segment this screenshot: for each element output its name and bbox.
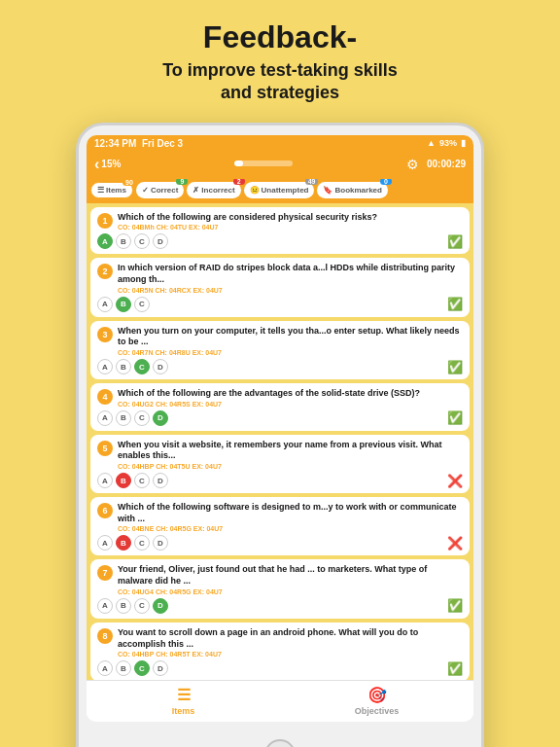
back-arrow-icon: ‹ [94,156,99,173]
question-text: When you turn on your computer, it tells… [118,326,463,348]
question-content: You want to scroll down a page in an and… [118,627,463,658]
answer-option-a[interactable]: A [97,660,113,676]
question-item-3[interactable]: 3When you turn on your computer, it tell… [90,321,470,379]
status-time: 12:34 PM Fri Dec 3 [94,138,183,149]
answer-option-d[interactable]: D [153,410,168,426]
answer-option-c[interactable]: C [134,410,150,426]
result-icon: ❌ [447,474,463,488]
question-list: 1Which of the following are considered p… [87,203,473,680]
answer-option-a[interactable]: A [97,410,113,426]
question-content: Your friend, Oliver, just found out that… [118,564,463,594]
filter-tab-items[interactable]: ☰ Items 90 [90,182,133,198]
answer-option-a[interactable]: A [97,473,113,488]
question-item-5[interactable]: 5When you visit a website, it remembers … [90,435,470,493]
bookmark-icon: 🔖 [323,186,332,195]
answer-option-d[interactable]: D [153,359,168,374]
result-icon: ✅ [447,234,463,249]
question-footer: ABCD✅ [97,233,463,249]
status-icons: ▲ 93% ▮ [427,138,466,148]
question-content: In which version of RAID do stripes bloc… [118,263,463,293]
question-header: 3When you turn on your computer, it tell… [97,326,463,356]
answer-option-b[interactable]: B [116,410,131,426]
question-item-8[interactable]: 8You want to scroll down a page in an an… [90,622,470,680]
question-content: When you visit a website, it remembers y… [118,440,463,470]
answer-option-a[interactable]: A [97,233,113,249]
question-item-6[interactable]: 6Which of the following software is desi… [90,497,470,555]
question-header: 5When you visit a website, it remembers … [97,440,463,470]
bottom-tab-items[interactable]: ☰ Items [87,686,280,716]
answer-option-b[interactable]: B [116,473,131,488]
question-text: Your friend, Oliver, just found out that… [118,564,463,587]
correct-icon: ✓ [142,186,149,195]
answer-option-a[interactable]: A [97,535,113,551]
answer-option-d[interactable]: D [153,473,168,488]
question-meta: CO: 04HBP CH: 04R5T EX: 04U7 [118,651,463,658]
filter-tab-unattempted[interactable]: 😐 Unattempted 49 [244,182,315,198]
answer-option-b[interactable]: B [116,660,131,676]
question-header: 7Your friend, Oliver, just found out tha… [97,564,463,594]
ipad-frame: 12:34 PM Fri Dec 3 ▲ 93% ▮ ‹ 15% ⚙ 00:00 [76,123,484,747]
answer-option-c[interactable]: C [134,473,150,488]
answer-options: ABCD [97,359,168,374]
result-icon: ✅ [447,661,463,676]
items-tab-label: Items [172,706,195,716]
answer-option-c[interactable]: C [134,297,150,312]
answer-option-b[interactable]: B [116,535,131,551]
question-text: Which of the following are considered ph… [118,212,463,224]
answer-options: ABCD [97,660,168,676]
battery-icon: 93% [439,138,457,148]
question-text: You want to scroll down a page in an and… [118,627,463,650]
question-number: 7 [97,565,113,581]
question-item-2[interactable]: 2In which version of RAID do stripes blo… [90,258,470,316]
result-icon: ✅ [447,598,463,613]
answer-option-c[interactable]: C [134,233,150,249]
question-text: Which of the following are the advantage… [118,388,463,400]
filter-tab-incorrect[interactable]: ✗ Incorrect 2 [187,182,240,198]
question-number: 8 [97,628,113,644]
filter-tab-bookmarked[interactable]: 🔖 Bookmarked 0 [317,182,387,198]
question-item-7[interactable]: 7Your friend, Oliver, just found out tha… [90,559,470,618]
incorrect-badge: 2 [233,179,245,185]
question-meta: CO: 04R7N CH: 04R8U EX: 04U7 [118,349,463,356]
result-icon: ✅ [447,410,463,425]
question-footer: ABCD❌ [97,535,463,551]
unattempted-badge: 49 [305,179,319,185]
answer-option-d[interactable]: D [153,233,168,249]
answer-option-b[interactable]: B [116,359,131,374]
result-icon: ❌ [447,536,463,551]
question-item-4[interactable]: 4Which of the following are the advantag… [90,383,470,431]
incorrect-icon: ✗ [192,186,199,195]
answer-option-d[interactable]: D [153,660,168,676]
bottom-tab-objectives[interactable]: 🎯 Objectives [280,686,473,716]
answer-option-c[interactable]: C [134,598,150,614]
question-content: Which of the following are the advantage… [118,388,463,408]
answer-option-b[interactable]: B [116,598,131,614]
settings-icon[interactable]: ⚙ [406,157,419,172]
filter-tab-correct[interactable]: ✓ Correct 9 [136,182,184,198]
status-bar: 12:34 PM Fri Dec 3 ▲ 93% ▮ [87,135,473,152]
answer-option-d[interactable]: D [153,535,168,551]
ipad-screen: 12:34 PM Fri Dec 3 ▲ 93% ▮ ‹ 15% ⚙ 00:00 [87,135,473,722]
unattempted-label: Unattempted [262,186,309,195]
ipad-bottom [79,729,481,747]
answer-option-d[interactable]: D [153,598,168,614]
answer-option-b[interactable]: B [116,297,131,312]
answer-option-b[interactable]: B [116,233,131,249]
question-content: Which of the following software is desig… [118,502,463,532]
answer-option-a[interactable]: A [97,297,113,312]
answer-options: ABC [97,297,150,312]
progress-bar [234,160,293,166]
back-button[interactable]: ‹ 15% [94,156,121,173]
result-icon: ✅ [447,297,463,311]
back-progress-label: 15% [101,159,121,169]
answer-option-c[interactable]: C [134,359,150,374]
answer-option-a[interactable]: A [97,359,113,374]
answer-option-a[interactable]: A [97,598,113,614]
home-button[interactable] [264,739,296,747]
answer-option-c[interactable]: C [134,535,150,551]
incorrect-label: Incorrect [201,186,234,195]
answer-option-c[interactable]: C [134,660,150,676]
question-item-1[interactable]: 1Which of the following are considered p… [90,207,470,255]
question-text: When you visit a website, it remembers y… [118,440,463,462]
filter-tabs: ☰ Items 90 ✓ Correct 9 ✗ Incorrect 2 😐 U… [87,179,473,203]
